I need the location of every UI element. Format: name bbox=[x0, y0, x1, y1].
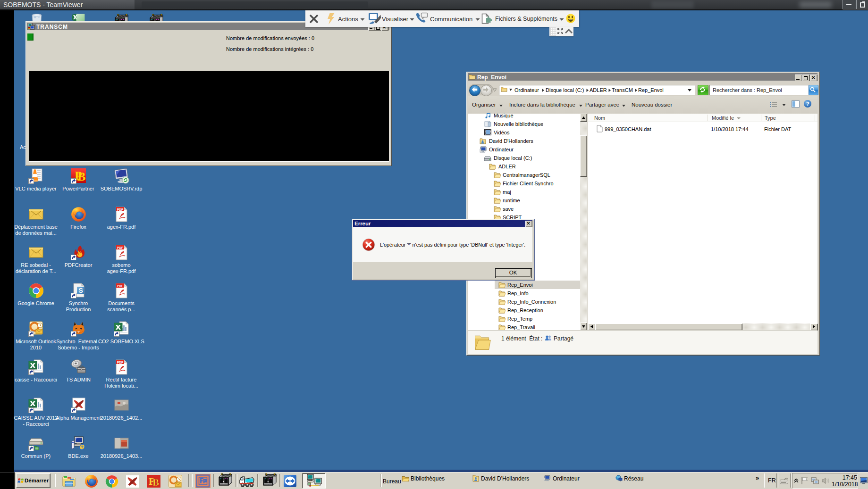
svg-text:S: S bbox=[79, 287, 83, 294]
svg-text:PDF: PDF bbox=[117, 284, 123, 288]
svg-text:PDF: PDF bbox=[117, 246, 123, 249]
svg-text:PDF: PDF bbox=[117, 208, 123, 211]
svg-text:B: B bbox=[152, 477, 159, 488]
svg-text:B: B bbox=[77, 170, 85, 183]
svg-text:PDF: PDF bbox=[117, 361, 123, 364]
